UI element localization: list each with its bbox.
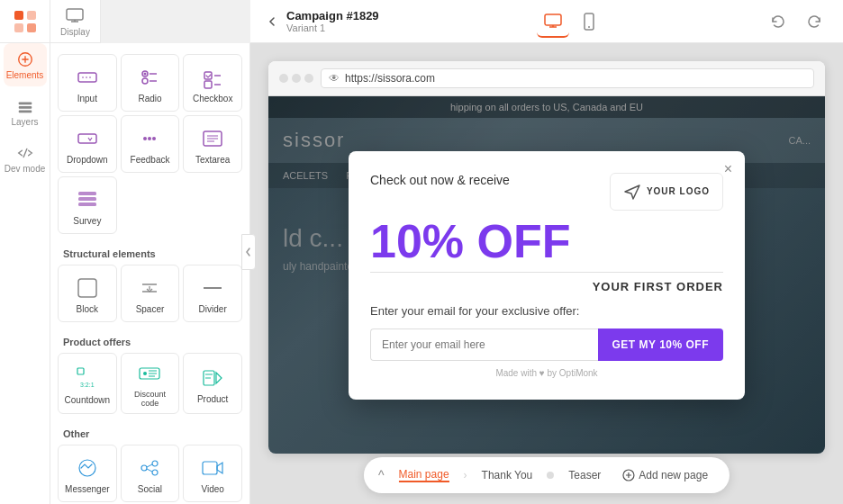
nav-display-label: Display [60,27,90,37]
svg-point-45 [152,470,158,475]
page-tab-thankyou[interactable]: Thank You [475,465,540,485]
nav-dev-label: Dev mode [5,164,46,174]
popup-cta-button[interactable]: GET MY 10% OFF [598,328,723,361]
svg-rect-30 [78,279,96,297]
nav-elements[interactable]: Elements [4,43,47,86]
browser-url: https://sissora.com [345,72,435,85]
svg-rect-28 [78,197,96,201]
element-social[interactable]: Social [121,445,180,502]
popup-form: GET MY 10% OFF [370,328,723,361]
nav-dev-mode[interactable]: Dev mode [4,137,47,180]
radio-label: Radio [138,94,161,104]
element-feedback[interactable]: Feedback [121,115,180,173]
browser-content: hipping on all orders to US, Canada and … [268,96,825,454]
element-spacer[interactable]: Spacer [121,265,180,322]
svg-point-11 [144,72,147,75]
element-product[interactable]: Product [183,353,242,414]
svg-rect-49 [545,14,561,25]
svg-rect-8 [18,110,32,112]
svg-point-22 [152,137,156,140]
discount-label: Discount code [125,390,176,408]
redo-button[interactable] [800,7,829,36]
nav-layers-label: Layers [11,117,38,127]
popup-email-input[interactable] [370,328,598,361]
svg-line-46 [147,464,152,467]
back-button[interactable] [265,14,279,29]
dropdown-label: Dropdown [67,155,108,165]
svg-point-43 [141,465,147,471]
svg-rect-7 [18,106,32,109]
element-divider[interactable]: Divider [183,265,242,322]
thank-you-dot [547,472,554,479]
survey-label: Survey [73,216,101,226]
preview-area: 👁 https://sissora.com hipping on all ord… [250,43,843,504]
browser-chrome: 👁 https://sissora.com [268,61,825,96]
other-title: Other [58,421,242,445]
popup-discount-text: 10% OFF [370,218,723,265]
popup-close-button[interactable]: × [724,162,732,176]
spacer-label: Spacer [136,304,165,314]
campaign-title: Campaign #1829 [286,9,379,22]
nav-display[interactable]: Display [57,2,94,40]
svg-rect-6 [18,102,32,104]
textarea-label: Textarea [195,155,230,165]
svg-point-51 [588,26,590,28]
made-with-text: Made with ♥ by OptiMonk [370,368,723,378]
element-textarea[interactable]: Textarea [183,115,242,173]
svg-point-13 [142,78,148,84]
bottom-page-bar: ^ Main page › Thank You Teaser Add new p… [364,457,730,493]
svg-point-20 [143,137,147,140]
countdown-label: Countdown [65,395,111,405]
product-offers-title: Product offers [58,329,242,353]
add-page-button[interactable]: Add new page [615,465,715,485]
add-page-label: Add new page [639,469,708,482]
sidebar-collapse-handle[interactable] [241,234,256,270]
campaign-variant: Variant 1 [286,22,379,33]
element-discount[interactable]: Discount code [121,353,180,414]
undo-button[interactable] [764,7,793,36]
element-radio[interactable]: Radio [121,54,180,112]
social-label: Social [138,484,162,494]
svg-rect-0 [14,11,23,20]
app-logo [0,0,50,43]
svg-rect-1 [27,11,36,20]
pages-chevron-icon[interactable]: ^ [378,468,385,482]
main-page-label: Main page [399,468,449,482]
feedback-label: Feedback [131,155,170,165]
nav-layers[interactable]: Layers [4,90,47,133]
page-tab-teaser[interactable]: Teaser [561,465,608,485]
product-label: Product [197,394,228,404]
element-input[interactable]: Input [58,54,117,112]
dot-green [304,74,313,83]
block-label: Block [77,304,98,314]
top-bar: Campaign #1829 Variant 1 [250,0,843,43]
desktop-device-btn[interactable] [537,5,569,38]
mobile-device-btn[interactable] [573,5,605,38]
element-survey[interactable]: Survey [58,176,117,234]
messenger-label: Messenger [65,484,109,494]
checkbox-label: Checkbox [193,94,232,104]
video-label: Video [201,484,223,494]
logo-send-icon [623,183,641,201]
svg-point-44 [152,461,158,466]
popup-left: Check out now & receive [370,173,510,191]
element-countdown[interactable]: 3:2:1 Countdown [58,353,117,414]
teaser-label: Teaser [568,469,601,482]
popup-modal: × Check out now & receive YOUR L [349,151,745,400]
element-video[interactable]: Video [183,445,242,502]
element-messenger[interactable]: Messenger [58,445,117,502]
element-block[interactable]: Block [58,265,117,322]
browser-url-bar[interactable]: 👁 https://sissora.com [321,68,814,88]
elements-sidebar: Input Radio Checkbox Dropdown Feedback [50,43,250,504]
browser-mock: 👁 https://sissora.com hipping on all ord… [268,61,825,454]
url-eye-icon: 👁 [329,72,340,85]
svg-rect-34 [77,368,84,374]
svg-rect-17 [204,81,212,88]
element-checkbox[interactable]: Checkbox [183,54,242,112]
page-tab-main[interactable]: Main page [392,464,457,486]
svg-line-47 [147,469,152,472]
element-dropdown[interactable]: Dropdown [58,115,117,173]
popup-instruction: Enter your email for your exclusive offe… [370,304,723,318]
thank-you-label: Thank You [482,469,533,482]
popup-divider [370,272,723,273]
